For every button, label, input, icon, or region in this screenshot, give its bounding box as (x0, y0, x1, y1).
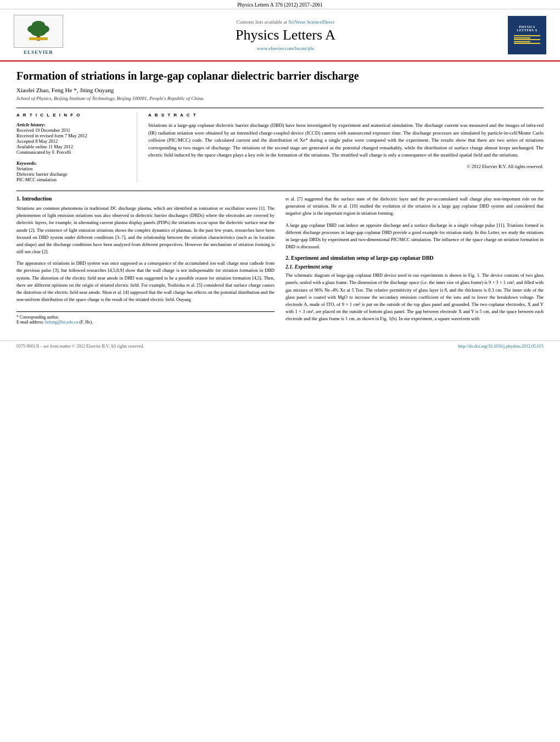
pla-logo-lines (511, 35, 544, 45)
svg-rect-5 (29, 37, 48, 40)
keywords-label: Keywords: (16, 160, 128, 166)
bottom-bar: 0375-9601/$ – see front matter © 2012 El… (0, 341, 560, 352)
history-label: Article history: (16, 122, 128, 127)
section2-heading: 2. Experiment and simulation setup of la… (285, 255, 544, 261)
keyword-picmcc: PIC-MCC simulation (16, 177, 128, 182)
section1-heading: 1. Introduction (16, 196, 275, 202)
pla-logo-title: PHYSICS LETTERS A (511, 25, 544, 32)
elsevier-logo-box (14, 15, 63, 48)
journal-url-link[interactable]: www.elsevier.com/locate/pla (257, 46, 314, 51)
journal-header: ELSEVIER Contents lists available at Sci… (0, 9, 560, 62)
abstract-section: A B S T R A C T Striations in a large-ga… (148, 113, 544, 182)
left-column: 1. Introduction Striations are common ph… (16, 196, 275, 327)
journal-title: Physics Letters A (66, 27, 505, 43)
intro-paragraph-2: The appearance of striations in DBD syst… (16, 260, 275, 303)
section21-heading: 2.1. Experiment setup (285, 264, 544, 270)
available-online-date: Available online 11 May 2012 (16, 144, 128, 149)
keyword-dbd: Dielectric barrier discharge (16, 171, 128, 177)
journal-url: www.elsevier.com/locate/pla (66, 46, 505, 51)
keyword-striation: Striation (16, 166, 128, 171)
article-info-label: A R T I C L E I N F O (16, 113, 128, 118)
email-suffix: (F. He). (80, 320, 93, 325)
right-paragraph-1: et al. [7] suggested that the surface st… (285, 196, 544, 217)
keywords-section: Keywords: Striation Dielectric barrier d… (16, 160, 128, 182)
journal-center: Contents lists available at SciVerse Sci… (66, 19, 505, 51)
article-affiliation: School of Physics, Beijing Institute of … (16, 96, 544, 101)
copyright: © 2012 Elsevier B.V. All rights reserved… (148, 164, 544, 169)
elsevier-logo: ELSEVIER (11, 15, 66, 55)
right-column: et al. [7] suggested that the surface st… (285, 196, 544, 327)
email-link[interactable]: hefeng@bit.edu.cn (45, 320, 79, 325)
article-info-abstract: A R T I C L E I N F O Article history: R… (16, 113, 544, 182)
pla-logo-container: PHYSICS LETTERS A (505, 16, 549, 54)
article-title: Formation of striations in large-gap cop… (16, 70, 544, 82)
article-authors: Xiaofei Zhao, Feng He *, Jiting Ouyang (16, 87, 544, 93)
received-revised-date: Received in revised form 7 May 2012 (16, 133, 128, 138)
article-body: Formation of striations in large-gap cop… (0, 62, 560, 335)
accepted-date: Accepted 8 May 2012 (16, 138, 128, 144)
abstract-text: Striations in a large-gap coplanar diele… (148, 122, 544, 159)
email-label: E-mail address: (16, 320, 44, 325)
elsevier-text: ELSEVIER (24, 49, 53, 55)
abstract-label: A B S T R A C T (148, 113, 544, 118)
section2-text: The schematic diagram of large-gap copla… (285, 272, 544, 322)
svg-point-3 (31, 27, 46, 36)
article-history: Article history: Received 19 December 20… (16, 122, 128, 155)
issn-text: 0375-9601/$ – see front matter © 2012 El… (16, 344, 144, 349)
email-line: E-mail address: hefeng@bit.edu.cn (F. He… (16, 320, 275, 325)
journal-reference: Physics Letters A 376 (2012) 2057–2061 (237, 2, 322, 8)
available-at: Contents lists available at SciVerse Sci… (66, 19, 505, 25)
pla-logo: PHYSICS LETTERS A (508, 16, 546, 54)
top-bar: Physics Letters A 376 (2012) 2057–2061 (0, 0, 560, 9)
doi-link[interactable]: http://dx.doi.org/10.1016/j.physleta.201… (458, 344, 544, 349)
footnote: * Corresponding author. E-mail address: … (16, 311, 275, 325)
sciverse-link[interactable]: SciVerse ScienceDirect (288, 19, 334, 25)
received-date: Received 19 December 2011 (16, 127, 128, 133)
communicated-by: Communicated by F. Porcelli (16, 149, 128, 155)
corresponding-author: * Corresponding author. (16, 315, 275, 320)
divider-middle (16, 191, 544, 191)
main-content: 1. Introduction Striations are common ph… (16, 196, 544, 327)
article-info-section: A R T I C L E I N F O Article history: R… (16, 113, 137, 182)
divider-top (16, 108, 544, 108)
intro-paragraph-1: Striations are common phenomena in tradi… (16, 205, 275, 255)
right-paragraph-2: A large gap coplanar DBD can induce an o… (285, 222, 544, 251)
